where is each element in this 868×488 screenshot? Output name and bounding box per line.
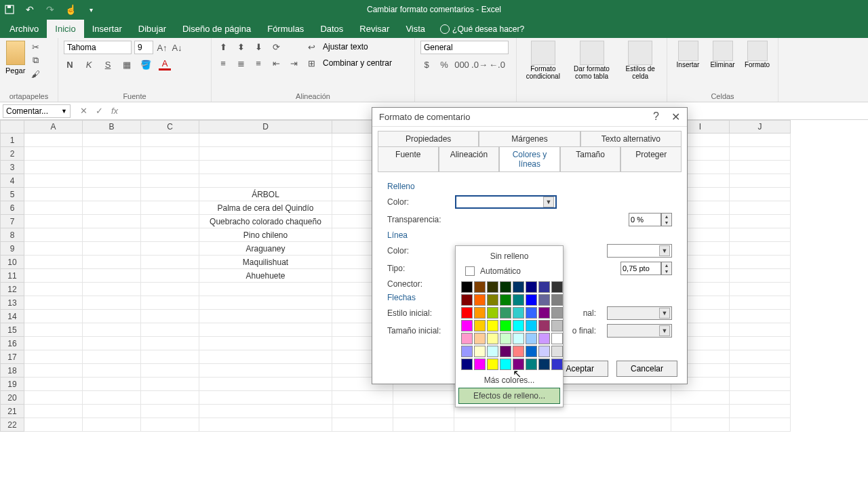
color-swatch[interactable]: [513, 307, 524, 319]
currency-icon[interactable]: $: [420, 58, 433, 70]
cell[interactable]: [199, 323, 332, 337]
color-swatch[interactable]: [526, 294, 537, 306]
orientation-icon[interactable]: ⟳: [270, 41, 282, 53]
color-swatch[interactable]: [551, 346, 563, 357]
tab-insertar[interactable]: Insertar: [84, 20, 130, 38]
color-swatch[interactable]: [526, 346, 537, 357]
cell[interactable]: [141, 174, 199, 188]
row-header[interactable]: 8: [0, 228, 24, 242]
cell[interactable]: [24, 215, 83, 228]
row-header[interactable]: 11: [0, 269, 24, 283]
cell[interactable]: [730, 337, 791, 350]
align-center-icon[interactable]: ≣: [235, 57, 247, 69]
cell[interactable]: [199, 418, 332, 432]
cell[interactable]: [83, 215, 141, 228]
cell[interactable]: [141, 378, 199, 391]
bold-button[interactable]: N: [64, 58, 76, 70]
conditional-format-icon[interactable]: [531, 41, 555, 65]
fill-color-combo[interactable]: ▼: [455, 195, 557, 209]
cell[interactable]: Quebracho colorado chaqueño: [199, 215, 332, 228]
fx-icon[interactable]: fx: [111, 106, 118, 116]
cell[interactable]: [141, 296, 199, 310]
row-header[interactable]: 15: [0, 323, 24, 337]
cell[interactable]: [83, 201, 141, 215]
row-header[interactable]: 19: [0, 378, 24, 391]
tab-margenes[interactable]: Márgenes: [479, 131, 580, 146]
color-swatch[interactable]: [551, 320, 563, 331]
align-left-icon[interactable]: ≡: [217, 57, 229, 69]
border-icon[interactable]: ▦: [121, 58, 133, 70]
color-swatch[interactable]: [474, 294, 486, 306]
cell[interactable]: [24, 337, 83, 350]
cell[interactable]: [730, 269, 791, 283]
cell[interactable]: [24, 391, 83, 405]
row-header[interactable]: 20: [0, 391, 24, 405]
cell[interactable]: [24, 134, 83, 147]
color-swatch[interactable]: [538, 320, 550, 331]
tab-archivo[interactable]: Archivo: [1, 20, 47, 38]
cell[interactable]: [24, 256, 83, 269]
cell[interactable]: [141, 256, 199, 269]
cell[interactable]: [83, 256, 141, 269]
fill-effects-link[interactable]: Efectos de relleno...: [458, 388, 560, 404]
color-swatch[interactable]: [500, 320, 511, 331]
align-top-icon[interactable]: ⬆: [217, 41, 229, 53]
cell[interactable]: [141, 418, 199, 432]
cell[interactable]: [141, 283, 199, 296]
cell[interactable]: [671, 391, 730, 405]
undo-icon[interactable]: ↶: [24, 4, 35, 15]
cell[interactable]: [730, 405, 791, 418]
row-header[interactable]: 22: [0, 418, 24, 432]
automatic-option[interactable]: Automático: [458, 264, 560, 279]
cell[interactable]: [141, 134, 199, 147]
cell[interactable]: [199, 391, 332, 405]
row-header[interactable]: 18: [0, 364, 24, 378]
cell[interactable]: [24, 418, 83, 432]
cell[interactable]: [24, 405, 83, 418]
spin-up-icon[interactable]: ▲: [662, 262, 671, 268]
spin-down-icon[interactable]: ▼: [662, 220, 671, 226]
comma-icon[interactable]: 000: [456, 58, 468, 70]
row-header[interactable]: 7: [0, 215, 24, 228]
help-icon[interactable]: ?: [653, 110, 659, 123]
cell[interactable]: [141, 188, 199, 201]
cell[interactable]: [730, 242, 791, 256]
cell[interactable]: [83, 269, 141, 283]
cell[interactable]: ÁRBOL: [199, 188, 332, 201]
row-header[interactable]: 13: [0, 296, 24, 310]
color-swatch[interactable]: [500, 294, 511, 306]
cell[interactable]: [24, 228, 83, 242]
cell[interactable]: [199, 283, 332, 296]
cell[interactable]: [454, 418, 515, 432]
cut-icon[interactable]: ✂: [29, 41, 41, 53]
cell[interactable]: [730, 364, 791, 378]
cell[interactable]: [141, 161, 199, 174]
indent-dec-icon[interactable]: ⇤: [270, 57, 282, 69]
cell[interactable]: [730, 147, 791, 161]
color-swatch[interactable]: [513, 359, 524, 370]
weight-value[interactable]: [620, 262, 661, 275]
font-name-input[interactable]: [64, 41, 132, 54]
indent-inc-icon[interactable]: ⇥: [288, 57, 300, 69]
cell[interactable]: [141, 364, 199, 378]
cell[interactable]: [730, 215, 791, 228]
cell[interactable]: [199, 147, 332, 161]
cell[interactable]: [83, 323, 141, 337]
color-swatch[interactable]: [487, 333, 498, 344]
cell[interactable]: [141, 215, 199, 228]
color-swatch[interactable]: [526, 333, 537, 344]
color-swatch[interactable]: [526, 320, 537, 331]
tab-texto-alt[interactable]: Texto alternativo: [580, 131, 682, 146]
cell[interactable]: [83, 188, 141, 201]
cell[interactable]: [24, 174, 83, 188]
align-right-icon[interactable]: ≡: [252, 57, 264, 69]
wrap-text-icon[interactable]: ↩: [305, 41, 317, 53]
col-header[interactable]: A: [24, 120, 83, 134]
cell[interactable]: [199, 337, 332, 350]
accept-formula-icon[interactable]: ✓: [96, 106, 103, 116]
cell[interactable]: [141, 147, 199, 161]
cell[interactable]: [141, 228, 199, 242]
cell[interactable]: [730, 310, 791, 323]
tab-alineacion[interactable]: Alineación: [439, 146, 500, 171]
cell[interactable]: Pino chileno: [199, 228, 332, 242]
